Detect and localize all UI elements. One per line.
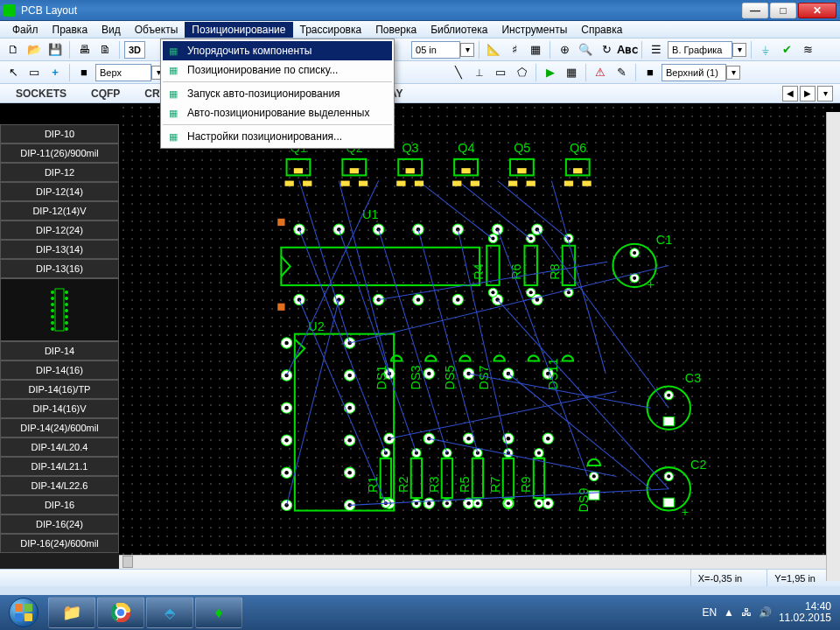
- play-icon[interactable]: ▶: [541, 63, 560, 82]
- net-icon[interactable]: ≋: [798, 40, 817, 60]
- menu-файл[interactable]: Файл: [5, 22, 46, 38]
- grid-icon[interactable]: ▦: [526, 40, 545, 60]
- line-icon[interactable]: ╲: [449, 63, 468, 82]
- part-item[interactable]: DIP-14(16)/TP: [0, 380, 119, 399]
- svg-point-3: [51, 297, 54, 300]
- part-item[interactable]: DIP-16(24): [0, 514, 119, 534]
- svg-text:C1: C1: [656, 233, 672, 247]
- menu-библиотека[interactable]: Библиотека: [424, 22, 494, 38]
- save-icon[interactable]: 💾: [46, 40, 65, 60]
- step-icon[interactable]: ▦: [562, 63, 581, 82]
- note-icon[interactable]: ✎: [612, 63, 631, 82]
- minimize-button[interactable]: —: [742, 3, 768, 18]
- part-item[interactable]: DIP-14/L20.4: [0, 438, 119, 457]
- zoom-icon[interactable]: 🔍: [576, 40, 595, 60]
- menu-правка[interactable]: Правка: [46, 22, 95, 38]
- part-item[interactable]: DIP-12(14): [0, 182, 119, 201]
- part-item[interactable]: DIP-14: [0, 341, 119, 360]
- rect-icon[interactable]: ▭: [491, 63, 510, 82]
- parts-search-input[interactable]: [0, 105, 138, 122]
- view-combo[interactable]: ▾: [668, 41, 746, 59]
- new-icon[interactable]: 🗋: [4, 40, 23, 60]
- select-icon[interactable]: ↖: [4, 63, 23, 82]
- tray-network-icon[interactable]: 🖧: [741, 606, 752, 619]
- pan-icon[interactable]: ▭: [24, 63, 44, 82]
- print-icon[interactable]: 🖶: [74, 40, 94, 60]
- tray-clock[interactable]: 14:40 11.02.2015: [779, 601, 831, 624]
- tab-next-button[interactable]: ▶: [800, 86, 816, 102]
- svg-rect-220: [285, 181, 294, 186]
- taskbar-app1[interactable]: ⬘: [146, 597, 193, 628]
- menu-справка[interactable]: Справка: [574, 22, 629, 38]
- layer-upper-combo[interactable]: ▾: [662, 64, 740, 81]
- part-item[interactable]: DIP-14/L21.1: [0, 457, 119, 476]
- taskbar-app2[interactable]: ♦: [195, 597, 242, 628]
- layer-top-combo[interactable]: ▾: [95, 64, 165, 81]
- drc2-icon[interactable]: ⚠: [591, 63, 610, 82]
- close-button[interactable]: ✕: [798, 3, 836, 18]
- part-item[interactable]: DIP-14/L22.6: [0, 476, 119, 495]
- part-item[interactable]: DIP-12(14)V: [0, 201, 119, 220]
- svg-point-182: [507, 501, 510, 505]
- part-item[interactable]: DIP-14(16)V: [0, 399, 119, 418]
- tray-lang[interactable]: EN: [702, 606, 717, 619]
- polygon-icon[interactable]: ⬠: [512, 63, 531, 82]
- svg-text:Q5: Q5: [514, 141, 530, 155]
- menu-вид[interactable]: Вид: [94, 22, 128, 38]
- menu-инструменты[interactable]: Инструменты: [494, 22, 574, 38]
- tab-cqfp[interactable]: CQFP: [79, 86, 132, 102]
- menu-объекты[interactable]: Объекты: [128, 22, 186, 38]
- taskbar-explorer[interactable]: 📁: [48, 597, 95, 628]
- snap-icon[interactable]: ♯: [505, 40, 524, 60]
- part-item[interactable]: DIP-12(24): [0, 220, 119, 240]
- svg-point-145: [667, 394, 670, 397]
- polyline-icon[interactable]: ⟂: [470, 63, 489, 82]
- svg-rect-57: [486, 246, 499, 285]
- part-item[interactable]: DIP-11(26)/900mil: [0, 144, 119, 163]
- units-combo[interactable]: ▾: [411, 41, 474, 59]
- svg-line-204: [418, 229, 478, 452]
- add-icon[interactable]: +: [46, 63, 65, 82]
- menu-item[interactable]: ▦Авто-позиционирование выделенных: [163, 103, 392, 122]
- menu-трассировка[interactable]: Трассировка: [293, 22, 369, 38]
- origin-icon[interactable]: ⊕: [555, 40, 574, 60]
- preview-icon[interactable]: 🗎: [95, 40, 115, 60]
- drc-icon[interactable]: ✔: [777, 40, 796, 60]
- menu-поверка[interactable]: Поверка: [368, 22, 424, 38]
- pcb-canvas[interactable]: Q1Q2Q3Q4Q5Q6 U1 R4R6R8 C1 +: [119, 103, 840, 555]
- view3d-button[interactable]: 3D: [124, 41, 145, 59]
- part-item[interactable]: DIP-16: [0, 495, 119, 514]
- menu-позиционирование[interactable]: Позиционирование: [185, 22, 292, 38]
- maximize-button[interactable]: □: [770, 3, 796, 18]
- part-item[interactable]: DIP-14(16): [0, 360, 119, 380]
- layer-top-icon[interactable]: ■: [74, 63, 94, 82]
- tray-volume-icon[interactable]: 🔊: [759, 606, 772, 619]
- svg-point-44: [416, 298, 421, 302]
- tab-prev-button[interactable]: ◀: [782, 86, 798, 102]
- tab-sockets[interactable]: SOCKETS: [4, 86, 79, 102]
- horizontal-scrollbar[interactable]: [119, 555, 840, 569]
- menu-item[interactable]: ▦Настройки позиционирования...: [163, 127, 392, 146]
- menu-item[interactable]: ▦Упорядочить компоненты: [163, 41, 392, 60]
- part-item[interactable]: DIP-12: [0, 163, 119, 182]
- layers-icon[interactable]: ☰: [647, 40, 666, 60]
- part-item[interactable]: DIP-13(16): [0, 259, 119, 278]
- text-icon[interactable]: Aʙᴄ: [618, 40, 637, 60]
- vertical-scrollbar[interactable]: [826, 112, 840, 581]
- part-item[interactable]: DIP-10: [0, 124, 119, 144]
- menu-item[interactable]: ▦Позиционирование по списку...: [163, 60, 392, 80]
- tab-menu-button[interactable]: ▾: [817, 86, 833, 102]
- tray-flag-icon[interactable]: ▲: [724, 606, 734, 619]
- measure-icon[interactable]: 📐: [484, 40, 503, 60]
- taskbar-chrome[interactable]: [97, 597, 144, 628]
- part-item[interactable]: DIP-14(24)/600mil: [0, 418, 119, 438]
- menu-item[interactable]: ▦Запуск авто-позиционирования: [163, 84, 392, 103]
- route-icon[interactable]: ⏚: [756, 40, 775, 60]
- svg-rect-0: [55, 289, 64, 331]
- rotate-icon[interactable]: ↻: [597, 40, 616, 60]
- part-item[interactable]: DIP-16(24)/600mil: [0, 534, 119, 553]
- layer-upper-icon[interactable]: ■: [640, 63, 660, 82]
- part-item[interactable]: DIP-13(14): [0, 240, 119, 259]
- open-icon[interactable]: 📂: [24, 40, 44, 60]
- start-button[interactable]: [0, 595, 47, 630]
